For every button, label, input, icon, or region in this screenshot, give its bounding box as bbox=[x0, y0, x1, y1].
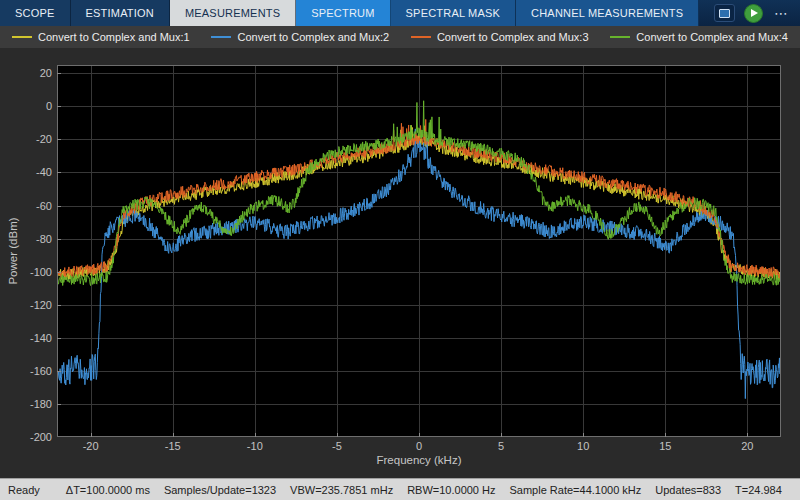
status-sample-rate: Sample Rate=44.1000 kHz bbox=[510, 484, 642, 496]
tab-spectrum[interactable]: SPECTRUM bbox=[296, 0, 390, 26]
y-tick-label: -180 bbox=[6, 397, 52, 411]
trace3-color-swatch bbox=[411, 36, 431, 38]
y-tick-label: -200 bbox=[6, 430, 52, 444]
spectrum-plot-canvas[interactable] bbox=[57, 65, 781, 437]
legend-label-trace2: Convert to Complex and Mux:2 bbox=[237, 31, 389, 43]
y-tick-label: -40 bbox=[6, 165, 52, 179]
tab-scope[interactable]: SCOPE bbox=[0, 0, 71, 26]
legend-label-trace4: Convert to Complex and Mux:4 bbox=[636, 31, 788, 43]
x-tick-label: 0 bbox=[399, 440, 439, 452]
more-options-icon[interactable]: ⋯ bbox=[772, 6, 790, 20]
y-tick-label: -120 bbox=[6, 298, 52, 312]
toolstrip-tab-bar: SCOPE ESTIMATION MEASUREMENTS SPECTRUM S… bbox=[0, 0, 800, 26]
legend-item-trace1[interactable]: Convert to Complex and Mux:1 bbox=[12, 31, 190, 43]
legend-item-trace3[interactable]: Convert to Complex and Mux:3 bbox=[411, 31, 589, 43]
y-tick-label: 0 bbox=[6, 99, 52, 113]
x-tick-label: 20 bbox=[727, 440, 767, 452]
tab-spectral-mask[interactable]: SPECTRAL MASK bbox=[391, 0, 517, 26]
status-bar: Ready ΔT=100.0000 ms Samples/Update=1323… bbox=[0, 478, 800, 500]
y-tick-label: -140 bbox=[6, 331, 52, 345]
x-axis-label: Frequency (kHz) bbox=[57, 454, 781, 466]
tab-channel-measurements[interactable]: CHANNEL MEASUREMENTS bbox=[516, 0, 699, 26]
status-delta-t: ΔT=100.0000 ms bbox=[66, 484, 150, 496]
y-tick-label: -60 bbox=[6, 199, 52, 213]
x-tick-label: 10 bbox=[563, 440, 603, 452]
plot-region: Power (dBm) Frequency (kHz) 200-20-40-60… bbox=[0, 48, 800, 478]
x-tick-label: -20 bbox=[71, 440, 111, 452]
status-sim-time: T=24.984 bbox=[735, 484, 782, 496]
legend-item-trace4[interactable]: Convert to Complex and Mux:4 bbox=[610, 31, 788, 43]
status-rbw: RBW=10.0000 Hz bbox=[407, 484, 495, 496]
legend-bar: Convert to Complex and Mux:1 Convert to … bbox=[0, 26, 800, 48]
legend-item-trace2[interactable]: Convert to Complex and Mux:2 bbox=[211, 31, 389, 43]
x-tick-label: -5 bbox=[317, 440, 357, 452]
x-tick-label: 15 bbox=[645, 440, 685, 452]
legend-label-trace3: Convert to Complex and Mux:3 bbox=[437, 31, 589, 43]
status-samples: Samples/Update=1323 bbox=[164, 484, 276, 496]
play-icon bbox=[751, 9, 758, 17]
legend-label-trace1: Convert to Complex and Mux:1 bbox=[38, 31, 190, 43]
spectrum-analyzer-window: SCOPE ESTIMATION MEASUREMENTS SPECTRUM S… bbox=[0, 0, 800, 500]
run-button[interactable] bbox=[744, 4, 763, 23]
x-tick-label: 5 bbox=[481, 440, 521, 452]
display-icon bbox=[719, 9, 730, 18]
tab-estimation[interactable]: ESTIMATION bbox=[71, 0, 170, 26]
x-tick-label: -15 bbox=[153, 440, 193, 452]
status-vbw: VBW=235.7851 mHz bbox=[290, 484, 393, 496]
status-ready: Ready bbox=[8, 484, 40, 496]
status-updates: Updates=833 bbox=[655, 484, 721, 496]
y-tick-label: -20 bbox=[6, 132, 52, 146]
trace4-color-swatch bbox=[610, 36, 630, 38]
tab-measurements[interactable]: MEASUREMENTS bbox=[170, 0, 296, 26]
x-tick-label: -10 bbox=[235, 440, 275, 452]
display-settings-button[interactable] bbox=[714, 4, 735, 22]
y-tick-label: -80 bbox=[6, 232, 52, 246]
toolbar-right: ⋯ bbox=[704, 0, 800, 26]
trace1-color-swatch bbox=[12, 36, 32, 38]
y-tick-label: -160 bbox=[6, 364, 52, 378]
trace2-color-swatch bbox=[211, 36, 231, 38]
y-tick-label: 20 bbox=[6, 66, 52, 80]
y-tick-label: -100 bbox=[6, 265, 52, 279]
